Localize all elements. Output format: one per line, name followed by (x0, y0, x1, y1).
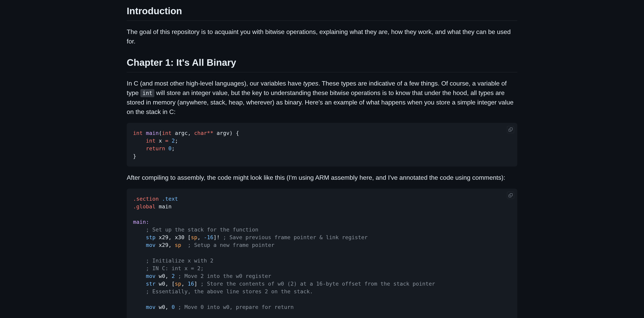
tok (175, 273, 178, 279)
tok: , (181, 281, 188, 287)
tok: int (146, 138, 156, 144)
code-block-asm: .section .text .global main main: ; Set … (127, 189, 517, 318)
tok: main (156, 203, 172, 210)
tok: ] (194, 281, 201, 287)
text-fragment: In C (and most other high-level language… (127, 80, 303, 87)
tok: ; Store the contents of w0 (2) at a 16-b… (200, 281, 435, 287)
chapter1-paragraph-2: After compiling to assembly, the code mi… (127, 173, 517, 182)
tok: ; Setup a new frame pointer (188, 242, 274, 248)
tok: ; Initialize x with 2 (133, 258, 213, 264)
code-content-asm: .section .text .global main main: ; Set … (127, 189, 517, 318)
tok (168, 138, 172, 144)
tok (133, 138, 146, 144)
tok: mov (146, 304, 156, 310)
inline-code-int: int (140, 89, 154, 97)
copy-button[interactable] (507, 126, 514, 133)
tok: mov (146, 242, 156, 248)
types-emphasis: types (303, 80, 318, 87)
copy-button[interactable] (507, 192, 514, 199)
tok: } (133, 153, 136, 159)
tok: .global (133, 203, 156, 210)
tok: x (156, 138, 165, 144)
tok: x29, x30 [ (156, 234, 191, 240)
tok: 16 (188, 281, 194, 287)
tok: ; Save previous frame pointer & link reg… (223, 234, 368, 240)
tok: main (146, 130, 159, 136)
tok: main: (133, 219, 149, 225)
tok: 2 (172, 138, 175, 144)
tok: ; Move 2 into the w0 register (178, 273, 271, 279)
tok: ; Set up the stack for the function (133, 227, 258, 233)
tok: w0, [ (156, 281, 175, 287)
tok: ( (159, 130, 162, 136)
tok: ** (207, 130, 214, 136)
tok: str (146, 281, 156, 287)
tok: ; Essentially, the above line stores 2 o… (133, 288, 313, 295)
tok: mov (146, 273, 156, 279)
tok: ; (175, 138, 178, 144)
tok (165, 145, 168, 151)
tok: ]! (213, 234, 223, 240)
code-content-c: int main(int argc, char** argv) { int x … (127, 123, 517, 167)
tok: .section (133, 196, 159, 202)
tok (175, 304, 178, 310)
tok: = (165, 138, 168, 144)
tok: int (133, 130, 143, 136)
tok: w0, (156, 304, 172, 310)
tok: stp (146, 234, 156, 240)
copy-icon (508, 193, 512, 197)
tok: ; IN C: int x = 2; (133, 265, 204, 271)
tok: argv) { (213, 130, 239, 136)
tok: sp (175, 281, 181, 287)
tok: 2 (172, 273, 175, 279)
text-fragment: will store an integer value, but the key… (127, 89, 514, 115)
tok: .text (159, 196, 178, 202)
chapter1-paragraph-1: In C (and most other high-level language… (127, 79, 517, 117)
tok: -16 (204, 234, 214, 240)
tok: x29, (156, 242, 175, 248)
heading-chapter-1: Chapter 1: It's All Binary (127, 55, 517, 72)
copy-icon (508, 128, 512, 132)
tok: sp (191, 234, 198, 240)
tok: w0, (156, 273, 172, 279)
tok: char (194, 130, 207, 136)
tok: argc, (172, 130, 194, 136)
code-block-c: int main(int argc, char** argv) { int x … (127, 123, 517, 167)
tok: int (162, 130, 172, 136)
tok: ; (172, 145, 175, 151)
tok: ; Move 0 into w0, prepare for return (178, 304, 294, 310)
tok (181, 242, 188, 248)
tok (133, 145, 146, 151)
tok: 0 (172, 304, 175, 310)
tok: , (197, 234, 204, 240)
tok: return (146, 145, 165, 151)
heading-introduction: Introduction (127, 4, 517, 21)
intro-paragraph: The goal of this repository is to acquai… (127, 27, 517, 46)
tok: sp (175, 242, 181, 248)
tok: 0 (168, 145, 172, 151)
